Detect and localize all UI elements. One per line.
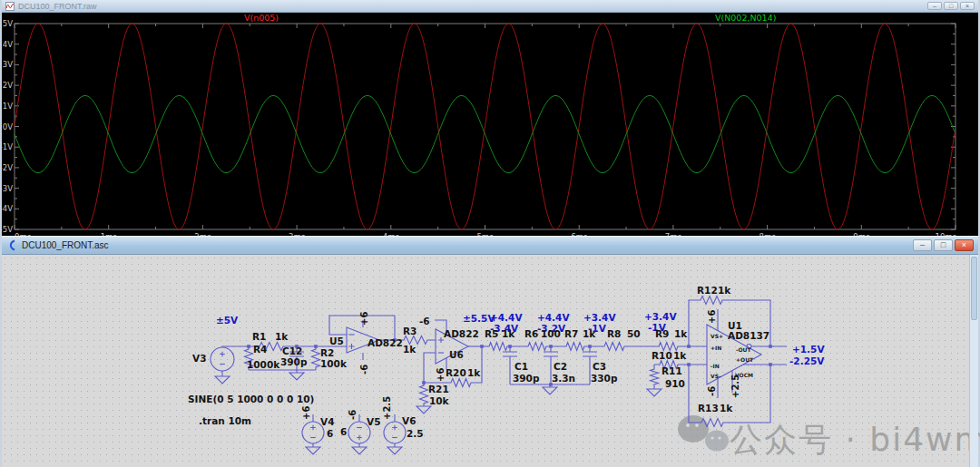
schematic-label: 1k [718,285,731,296]
resistor-r20 [448,379,474,387]
trace-0 [15,24,955,229]
schematic-label: ±5V [216,315,239,326]
close-icon[interactable]: × [960,2,975,10]
minimize-icon[interactable]: – [927,2,942,10]
y-axis-tick-label: 0V [3,122,13,131]
schematic-label: C3 [593,361,606,372]
schematic-label: R4 [253,344,267,355]
schematic-label: R21 [428,384,449,394]
schematic-label: 10k [429,395,450,406]
schematic-label: 1k [275,331,289,342]
schematic-label: +IN [710,345,721,351]
restore-icon[interactable]: □ [944,2,958,10]
schematic-label: C2 [554,361,567,372]
schematic-label: VS- [710,373,721,379]
schematic-label: 50 [627,328,641,339]
schematic-label: -IN [710,363,720,369]
schematic-label: R20 [446,367,466,378]
schematic-label: R13 [698,403,719,413]
schematic-label: -6 [707,386,717,396]
schematic-label: 1k [673,350,687,361]
resistor-r12 [698,297,725,305]
schematic-label: +1.5V [792,344,825,355]
schematic-label: AD8137 [728,330,769,341]
schematic-label: R8 [607,328,621,339]
trace-1 [15,95,955,172]
schematic-label: -6 [359,365,369,375]
waveform-plot[interactable]: 0ms1ms2ms3ms4ms5ms6ms7ms8ms9ms10ms5V4V3V… [2,13,980,236]
schematic-label: R5 [485,328,498,339]
schematic-label: 100 [541,328,561,339]
schematic-label: .tran 10m [199,415,251,426]
schematic-label: R11 [662,365,682,376]
y-axis-tick-label: -4V [2,204,13,213]
schematic-label: R1 [252,331,266,342]
y-axis-tick-label: 4V [3,40,13,49]
waveform-file-icon [5,2,15,11]
schematic-label: -6 [348,410,358,420]
schematic-label: +6 [301,406,311,420]
resistor-r7 [564,343,587,351]
restore-icon[interactable]: □ [934,239,953,251]
schematic-file-icon [6,239,17,251]
schematic-label: SINE(0 5 1000 0 0 0 10) [188,394,314,404]
waveform-traces [15,24,955,229]
schematic-label: +6 [707,310,717,324]
resistor-r8 [602,343,627,351]
wechat-icon [678,415,729,452]
schematic-labels: ±5V±5.5V+4.4V-3.4V+4.4V-3.2V+3.4V-1V+3.4… [188,285,825,439]
schematic-label: 1k [583,328,596,339]
schematic-label: R9 [655,328,669,339]
schematic-label: +6 [436,368,446,382]
schematic-label: 1k [720,403,733,413]
schematic-titlebar[interactable]: DCU100_FRONT.asc – □ × [2,236,978,255]
close-icon[interactable]: × [955,239,974,251]
waveform-plot-area[interactable]: 0ms1ms2ms3ms4ms5ms6ms7ms8ms9ms10ms5V4V3V… [2,13,978,236]
schematic-label: R7 [564,328,578,339]
schematic-canvas[interactable]: 公众号 · bi4wms [2,255,978,467]
schematic-label: +2.5 [730,375,740,398]
legend-label-1[interactable]: V(N002,N014) [715,13,776,23]
schematic-label: 910 [665,378,685,389]
schematic-label: +6 [359,312,369,326]
schematic-label: -2.25V [789,355,825,366]
watermark-text: 公众号 · bi4wms [730,421,980,458]
y-axis-tick-label: -2V [2,163,13,172]
schematic-label: -OUT [736,346,751,353]
schematic-window-title: DCU100_FRONT.asc [22,240,908,250]
schematic-label: U5 [329,336,344,346]
schematic-label: C1 [514,361,528,372]
schematic-label: AD822 [444,328,479,339]
legend-label-0[interactable]: V(n005) [244,13,279,23]
schematic-label: +2.5 [382,396,392,420]
schematic-label: R2 [320,347,334,358]
resistor-r21 [420,383,428,406]
schematic-label: +3.4V [583,312,616,323]
vertical-scrollbar[interactable] [969,255,978,467]
schematic-label: 2.5 [407,428,424,439]
schematic-label: +3.4V [644,311,677,322]
minimize-icon[interactable]: – [913,239,932,251]
y-axis-tick-label: -3V [2,184,13,193]
schematic-label: R3 [403,326,416,336]
schematic-label: 100k [320,358,348,369]
schematic-label: 390p [513,373,540,384]
resistor-r6 [525,343,549,351]
schematic-label: U6 [449,349,464,360]
schematic-label: V4 [320,416,334,427]
schematic-label: R6 [524,328,538,339]
schematic-label: V5 [367,416,380,427]
schematic-label: 1k [674,328,688,339]
schematic-label: 1000k [247,359,280,370]
schematic-label: 330p [591,373,618,384]
y-axis-tick-label: 3V [3,60,13,69]
schematic-label: 1k [502,328,515,339]
schematic-label: V6 [402,415,416,426]
resistor-r2 [312,346,320,370]
schematic-label: 6 [340,426,347,437]
scrollbar-thumb[interactable] [971,257,977,320]
waveform-window-title: DCU100_FRONT.raw [18,2,924,11]
y-axis-tick-label: -1V [2,142,13,151]
schematic-label: C12 [282,345,302,356]
waveform-titlebar[interactable]: DCU100_FRONT.raw – □ × [2,0,978,13]
